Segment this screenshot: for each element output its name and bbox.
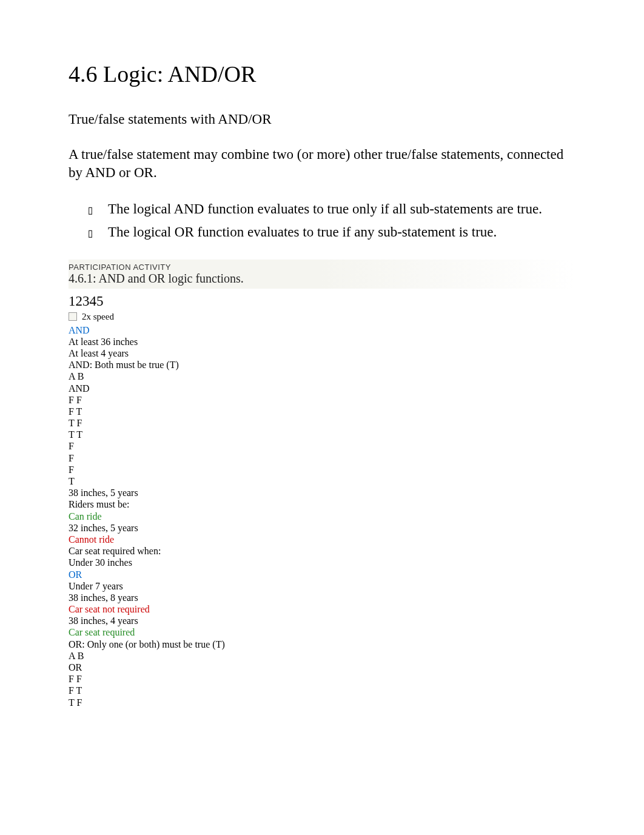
page-title: 4.6 Logic: AND/OR: [69, 61, 575, 87]
animation-line: Car seat required when:: [69, 545, 575, 557]
animation-line: Under 7 years: [69, 580, 575, 592]
animation-line: Riders must be:: [69, 498, 575, 510]
bullet-item: ▯ The logical OR function evaluates to t…: [87, 223, 575, 241]
animation-line: F: [69, 440, 575, 452]
speed-label: 2x speed: [82, 312, 114, 322]
animation-line: 38 inches, 4 years: [69, 615, 575, 626]
animation-line: F: [69, 452, 575, 464]
bullet-icon: ▯: [87, 225, 94, 241]
speed-control: 2x speed: [69, 312, 575, 322]
animation-line: AND: Both must be true (T): [69, 359, 575, 371]
activity-label: PARTICIPATION ACTIVITY: [69, 263, 575, 272]
animation-line: F F: [69, 673, 575, 685]
animation-line: 38 inches, 8 years: [69, 592, 575, 603]
intro-paragraph: A true/false statement may combine two (…: [69, 146, 575, 182]
animation-line: A B: [69, 371, 575, 382]
animation-line: T F: [69, 417, 575, 429]
animation-line: 32 inches, 5 years: [69, 522, 575, 534]
animation-line: F T: [69, 685, 575, 696]
bullet-term: logical OR: [133, 224, 194, 240]
bullet-term: logical AND: [133, 201, 204, 216]
speed-checkbox[interactable]: [69, 312, 77, 321]
animation-line: OR: [69, 569, 575, 580]
animation-line: Car seat not required: [69, 603, 575, 615]
animation-line: Can ride: [69, 511, 575, 522]
bullet-icon: ▯: [87, 202, 94, 218]
activity-title: 4.6.1: AND and OR logic functions.: [69, 272, 575, 286]
animation-line: F: [69, 464, 575, 475]
animation-line: A B: [69, 650, 575, 662]
bullet-list: ▯ The logical AND function evaluates to …: [87, 200, 575, 241]
animation-line: Cannot ride: [69, 534, 575, 545]
bullet-prefix: The: [108, 224, 133, 240]
animation-line: At least 36 inches: [69, 336, 575, 347]
animation-line: Car seat required: [69, 626, 575, 638]
animation-content: ANDAt least 36 inchesAt least 4 yearsAND…: [69, 324, 575, 708]
bullet-prefix: The: [108, 201, 133, 216]
animation-line: F T: [69, 406, 575, 417]
animation-line: OR: [69, 662, 575, 673]
bullet-text: function evaluates to true if any sub-st…: [194, 224, 497, 240]
animation-step-nav[interactable]: 12345: [69, 293, 575, 309]
bullet-item: ▯ The logical AND function evaluates to …: [87, 200, 575, 218]
animation-line: 38 inches, 5 years: [69, 487, 575, 498]
animation-line: AND: [69, 324, 575, 336]
animation-line: AND: [69, 383, 575, 394]
animation-line: Under 30 inches: [69, 557, 575, 568]
animation-line: OR: Only one (or both) must be true (T): [69, 639, 575, 650]
animation-line: F F: [69, 394, 575, 406]
bullet-text: function evaluates to true only if all s…: [204, 201, 542, 216]
animation-line: T: [69, 475, 575, 487]
activity-header: PARTICIPATION ACTIVITY 4.6.1: AND and OR…: [69, 260, 575, 289]
section-subheading: True/false statements with AND/OR: [69, 112, 575, 127]
animation-line: At least 4 years: [69, 347, 575, 359]
animation-line: T F: [69, 697, 575, 708]
animation-line: T T: [69, 429, 575, 440]
